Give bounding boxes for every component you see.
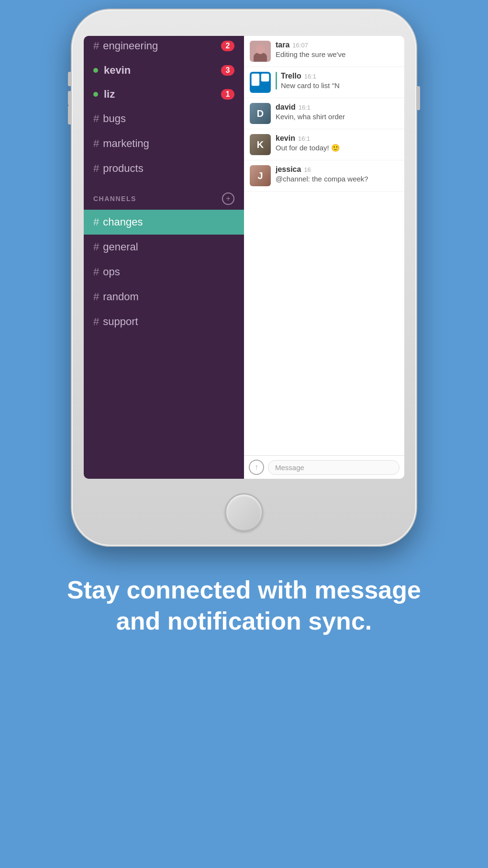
- sender-name: jessica: [276, 165, 301, 174]
- hash-icon: #: [93, 266, 99, 278]
- hash-icon: #: [93, 113, 99, 125]
- channel-item-products[interactable]: # products: [84, 156, 244, 181]
- channel-name: general: [103, 241, 138, 253]
- hash-icon: #: [93, 291, 99, 303]
- channel-name: support: [103, 316, 138, 328]
- message-text: New card to list "N: [281, 81, 399, 90]
- channel-name: engineering: [103, 40, 158, 52]
- dm-section: # engineering 2 kevin 3 liz 1: [84, 36, 244, 106]
- message-content: jessica 16 @channel: the compa week?: [276, 165, 399, 183]
- message-time: 16: [304, 166, 311, 173]
- dm-item-kevin[interactable]: kevin 3: [84, 58, 244, 82]
- power-button: [416, 86, 420, 110]
- message-header: kevin 16:1: [276, 134, 399, 143]
- channel-item-changes[interactable]: # changes: [84, 210, 244, 235]
- channel-name: products: [103, 162, 143, 175]
- hash-icon: #: [93, 241, 99, 253]
- message-header: jessica 16: [276, 165, 399, 174]
- message-text: Out for de today! 🙂: [276, 144, 399, 152]
- message-header: david 16:1: [276, 103, 399, 112]
- channel-item-ops[interactable]: # ops: [84, 259, 244, 284]
- hash-icon: #: [93, 137, 99, 150]
- message-time: 16:07: [292, 42, 308, 49]
- channel-item-bugs[interactable]: # bugs: [84, 106, 244, 131]
- phone-frame: # engineering 2 kevin 3 liz 1 # b: [72, 10, 416, 546]
- message-content: kevin 16:1 Out for de today! 🙂: [276, 134, 399, 152]
- channels-label: CHANNELS: [93, 195, 136, 203]
- sender-name: david: [276, 103, 296, 112]
- volume-up-button: [68, 72, 72, 86]
- hash-icon: #: [93, 316, 99, 328]
- phone-screen: # engineering 2 kevin 3 liz 1 # b: [84, 36, 404, 479]
- add-channel-button[interactable]: +: [222, 192, 234, 205]
- badge: 2: [221, 41, 234, 51]
- online-dot: [93, 92, 98, 97]
- message-time: 16:1: [298, 135, 310, 142]
- badge: 3: [221, 65, 234, 76]
- channel-name: changes: [103, 216, 143, 228]
- side-button: [68, 105, 72, 124]
- avatar: [250, 72, 271, 93]
- online-dot: [93, 68, 98, 73]
- svg-rect-0: [252, 74, 260, 86]
- channel-name: ops: [103, 266, 120, 278]
- message-text: Editing the sure we've: [276, 50, 399, 58]
- trello-bar: [276, 72, 277, 90]
- channels-section-header: CHANNELS +: [84, 185, 244, 210]
- message-content: Trello 16:1 New card to list "N: [281, 72, 399, 90]
- avatar: J: [250, 165, 271, 186]
- chat-panel: tara 16:07 Editing the sure we've: [244, 36, 404, 479]
- message-item: Trello 16:1 New card to list "N: [244, 67, 404, 98]
- hash-icon: #: [93, 40, 99, 52]
- message-time: 16:1: [304, 73, 316, 80]
- channel-name: random: [103, 291, 139, 303]
- channel-item-engineering[interactable]: # engineering 2: [84, 36, 244, 58]
- hash-icon: #: [93, 162, 99, 175]
- channel-name: bugs: [103, 113, 126, 125]
- message-item: J jessica 16 @channel: the compa week?: [244, 160, 404, 192]
- sender-name: kevin: [276, 134, 295, 143]
- avatar: D: [250, 103, 271, 124]
- message-item: K kevin 16:1 Out for de today! 🙂: [244, 129, 404, 160]
- message-content: david 16:1 Kevin, wha shirt order: [276, 103, 399, 121]
- channel-item-random[interactable]: # random: [84, 284, 244, 309]
- sender-name: Trello: [281, 72, 301, 80]
- message-header: tara 16:07: [276, 41, 399, 49]
- hash-icon: #: [93, 216, 99, 228]
- avatar: [250, 41, 271, 62]
- message-text: @channel: the compa week?: [276, 175, 399, 183]
- upload-icon: ↑: [255, 463, 258, 472]
- channel-item-marketing[interactable]: # marketing: [84, 131, 244, 156]
- message-input-area: ↑ Message: [244, 455, 404, 479]
- svg-rect-1: [261, 74, 269, 82]
- message-header: Trello 16:1: [281, 72, 399, 80]
- dm-name: kevin: [104, 64, 221, 77]
- channel-item-support[interactable]: # support: [84, 309, 244, 334]
- message-text: Kevin, wha shirt order: [276, 113, 399, 121]
- message-content: tara 16:07 Editing the sure we've: [276, 41, 399, 58]
- dm-name: liz: [104, 88, 221, 101]
- channel-name: marketing: [103, 137, 149, 150]
- avatar: K: [250, 134, 271, 155]
- upload-button[interactable]: ↑: [249, 460, 264, 475]
- volume-down-button: [68, 91, 72, 105]
- message-item: D david 16:1 Kevin, wha shirt order: [244, 98, 404, 129]
- home-button[interactable]: [225, 493, 263, 531]
- badge: 1: [221, 89, 234, 100]
- sender-name: tara: [276, 41, 289, 49]
- messages-list: tara 16:07 Editing the sure we've: [244, 36, 404, 455]
- channel-item-general[interactable]: # general: [84, 235, 244, 259]
- message-item: tara 16:07 Editing the sure we've: [244, 36, 404, 67]
- tagline-text: Stay connected with message and notifica…: [67, 575, 421, 637]
- tagline-section: Stay connected with message and notifica…: [29, 546, 459, 656]
- message-time: 16:1: [299, 104, 311, 111]
- sidebar: # engineering 2 kevin 3 liz 1 # b: [84, 36, 244, 479]
- message-input[interactable]: Message: [268, 460, 399, 475]
- dm-item-liz[interactable]: liz 1: [84, 82, 244, 106]
